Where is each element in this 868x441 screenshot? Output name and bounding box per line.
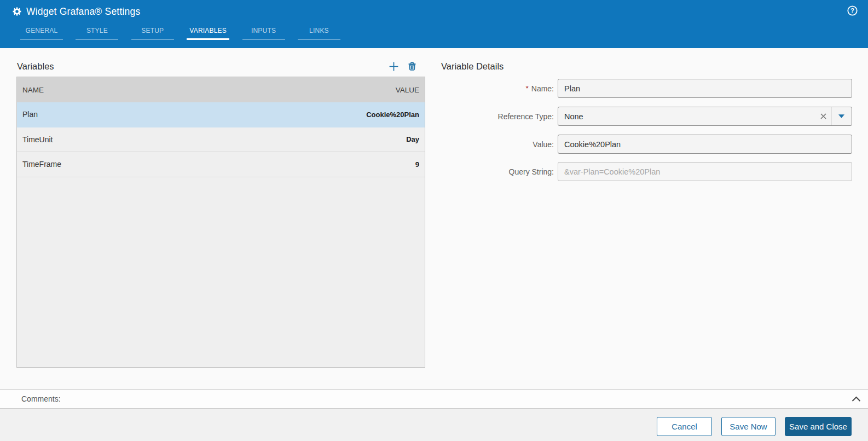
row-value: Cookie%20Plan — [366, 111, 425, 119]
variables-toolbar — [387, 60, 419, 73]
collapse-chevron-icon[interactable] — [852, 394, 861, 404]
row-value: 9 — [415, 160, 425, 169]
tab-setup[interactable]: SETUP — [131, 24, 174, 40]
column-header-name: NAME — [17, 86, 396, 94]
variables-panel-title: Variables — [17, 61, 54, 72]
name-label: * Name: — [526, 79, 554, 98]
reference-type-combobox[interactable]: None — [558, 107, 852, 126]
save-now-button[interactable]: Save Now — [721, 417, 776, 436]
tab-links[interactable]: LINKS — [298, 24, 340, 40]
reference-type-value: None — [558, 112, 815, 121]
reference-type-label: Reference Type: — [498, 107, 554, 126]
dropdown-arrow-button[interactable] — [831, 107, 852, 125]
comments-label: Comments: — [21, 394, 61, 403]
table-row-plan[interactable]: Plan Cookie%20Plan — [17, 102, 425, 127]
page-title: Widget Grafana® Settings — [26, 6, 140, 18]
row-name: TimeUnit — [17, 135, 406, 144]
tab-bar: GENERAL STYLE SETUP VARIABLES INPUTS LIN… — [20, 24, 353, 40]
cancel-button[interactable]: Cancel — [657, 417, 712, 436]
value-label: Value: — [533, 135, 554, 154]
table-row-timeframe[interactable]: TimeFrame 9 — [17, 152, 425, 177]
comments-bar: Comments: — [0, 389, 868, 409]
query-string-label: Query String: — [509, 162, 554, 181]
svg-text:?: ? — [850, 7, 854, 14]
dialog-footer: Cancel Save Now Save and Close — [0, 409, 868, 441]
details-panel-title: Variable Details — [441, 61, 504, 72]
help-icon[interactable]: ? — [847, 5, 858, 18]
tab-style[interactable]: STYLE — [76, 24, 118, 40]
clear-icon[interactable] — [815, 113, 831, 119]
save-and-close-button[interactable]: Save and Close — [785, 417, 852, 436]
value-input[interactable] — [558, 135, 852, 154]
required-asterisk: * — [526, 84, 529, 92]
query-string-input — [558, 162, 852, 181]
row-value: Day — [406, 135, 425, 143]
table-row-timeunit[interactable]: TimeUnit Day — [17, 127, 425, 153]
tab-general[interactable]: GENERAL — [20, 24, 63, 40]
tab-variables[interactable]: VARIABLES — [187, 24, 229, 40]
name-input[interactable] — [558, 79, 852, 98]
dialog-header: Widget Grafana® Settings ? GENERAL STYLE… — [0, 0, 868, 48]
tab-inputs[interactable]: INPUTS — [242, 24, 285, 40]
column-header-value: VALUE — [396, 86, 425, 94]
gear-icon — [13, 7, 21, 18]
row-name: TimeFrame — [17, 160, 415, 169]
add-variable-button[interactable] — [387, 60, 400, 73]
variables-table-header: NAME VALUE — [17, 77, 425, 102]
variables-table: NAME VALUE Plan Cookie%20Plan TimeUnit D… — [16, 77, 425, 368]
row-name: Plan — [17, 110, 366, 119]
delete-variable-button[interactable] — [406, 60, 419, 73]
